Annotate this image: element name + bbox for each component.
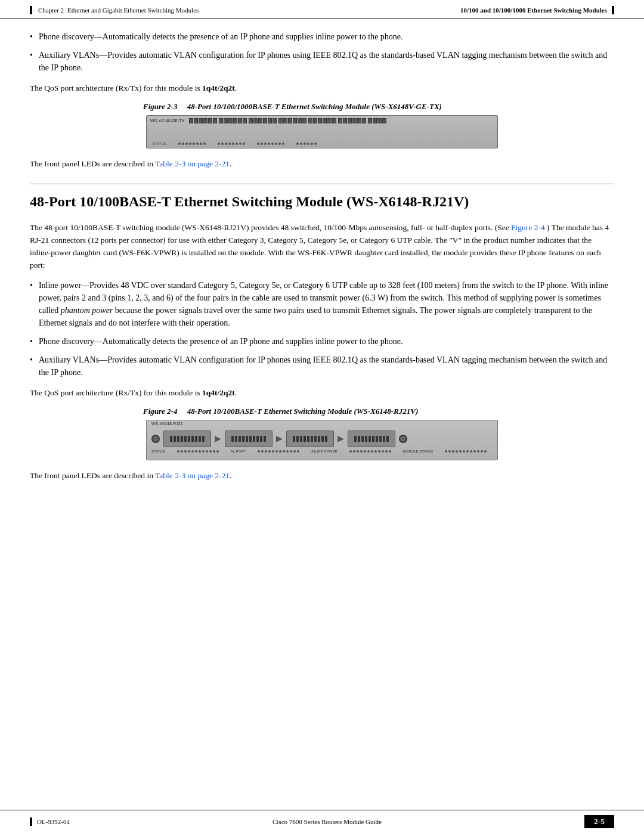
led — [466, 450, 469, 453]
led — [282, 143, 284, 145]
port — [293, 118, 297, 123]
led — [199, 450, 201, 453]
port — [219, 118, 223, 123]
round-port-left — [151, 435, 160, 443]
port — [233, 118, 237, 123]
port — [327, 118, 332, 123]
figure-2-4-caption: Figure 2-4 48-Port 10/100BASE-T Ethernet… — [143, 407, 418, 416]
rj21-pins-4 — [354, 436, 389, 442]
led — [364, 450, 366, 453]
header-chapter-label: Chapter 2 — [38, 7, 64, 14]
header-right-title: 10/100 and 10/100/1000 Ethernet Switchin… — [460, 7, 607, 14]
led — [278, 143, 281, 145]
led — [196, 143, 199, 145]
port — [308, 118, 312, 123]
port — [213, 118, 217, 123]
led — [389, 450, 391, 453]
port-group-2 — [219, 118, 247, 123]
port — [273, 118, 277, 123]
port — [228, 118, 233, 123]
footer-left: OL-9392-04 — [30, 817, 70, 826]
led — [448, 450, 451, 453]
led — [477, 450, 479, 453]
led — [203, 143, 206, 145]
pin — [199, 436, 201, 442]
pin — [314, 436, 317, 442]
fig2-4-link[interactable]: Figure 2-4. — [511, 223, 547, 232]
led — [232, 143, 234, 145]
fig3-table-link[interactable]: Table 2-3 on page 2-21 — [155, 159, 230, 168]
led — [178, 143, 181, 145]
port-group-6 — [338, 118, 366, 123]
led — [300, 143, 302, 145]
port — [249, 118, 253, 123]
pin — [376, 436, 378, 442]
pin — [195, 436, 197, 442]
pin — [296, 436, 299, 442]
phantom-power-italic: phantom power — [61, 306, 113, 315]
rj21-pins-3 — [293, 436, 328, 442]
fig4-led-group-1 — [177, 450, 219, 453]
led — [265, 450, 267, 453]
led — [445, 450, 447, 453]
pin — [246, 436, 248, 442]
pin — [307, 436, 309, 442]
page-header: Chapter 2 Ethernet and Gigabit Ethernet … — [0, 0, 644, 18]
qos-line-1: The QoS port architecture (Rx/Tx) for th… — [30, 82, 614, 95]
pin — [361, 436, 364, 442]
pin — [304, 436, 306, 442]
led — [311, 143, 313, 145]
led — [484, 450, 487, 453]
fig3-num: 2-3 — [167, 102, 177, 111]
figure-2-3-caption: Figure 2-3 48-Port 10/100/1000BASE-T Eth… — [143, 102, 442, 111]
led — [185, 143, 188, 145]
led — [314, 143, 317, 145]
led — [264, 143, 267, 145]
pin — [386, 436, 389, 442]
header-right: 10/100 and 10/100/1000 Ethernet Switchin… — [460, 6, 614, 14]
led — [221, 143, 224, 145]
led — [304, 143, 306, 145]
bullet-text-2: Auxiliary VLANs—Provides automatic VLAN … — [39, 49, 614, 74]
arrow-connector: ▶ — [215, 433, 221, 444]
led — [218, 143, 220, 145]
led — [290, 450, 292, 453]
fig4-table-link[interactable]: Table 2-3 on page 2-21 — [155, 471, 230, 480]
port — [348, 118, 352, 123]
led — [473, 450, 476, 453]
pin — [256, 436, 259, 442]
footer-doc-id: OL-9392-04 — [37, 818, 70, 825]
port — [253, 118, 258, 123]
pin — [249, 436, 252, 442]
led — [459, 450, 462, 453]
led-group-1 — [178, 143, 206, 145]
rj21-connector-4 — [348, 431, 395, 447]
led — [367, 450, 370, 453]
port — [313, 118, 317, 123]
pin — [293, 436, 295, 442]
port — [357, 118, 361, 123]
figure-2-3-container: Figure 2-3 48-Port 10/100/1000BASE-T Eth… — [30, 102, 614, 148]
pin — [188, 436, 190, 442]
bullet-item: Phone discovery—Automatically detects th… — [30, 335, 614, 348]
led — [353, 450, 355, 453]
main-section-heading: 48-Port 10/100BASE-T Ethernet Switching … — [30, 184, 614, 211]
port — [283, 118, 287, 123]
led — [275, 450, 278, 453]
led — [239, 143, 242, 145]
port — [352, 118, 357, 123]
port — [278, 118, 283, 123]
arrow-connector-3: ▶ — [338, 433, 344, 444]
led — [378, 450, 380, 453]
arrow-connector-2: ▶ — [276, 433, 283, 444]
led — [177, 450, 179, 453]
qos-line-2: The QoS port architecture (Rx/Tx) for th… — [30, 387, 614, 400]
header-chapter-title: Ethernet and Gigabit Ethernet Switching … — [67, 7, 199, 14]
led — [307, 143, 309, 145]
led — [257, 143, 259, 145]
figure-2-3-wrap: WS-X6148-GE-TX — [146, 115, 498, 148]
bullet-item: Phone discovery—Automatically detects th… — [30, 30, 614, 43]
port — [302, 118, 306, 123]
led — [268, 450, 271, 453]
port — [377, 118, 382, 123]
